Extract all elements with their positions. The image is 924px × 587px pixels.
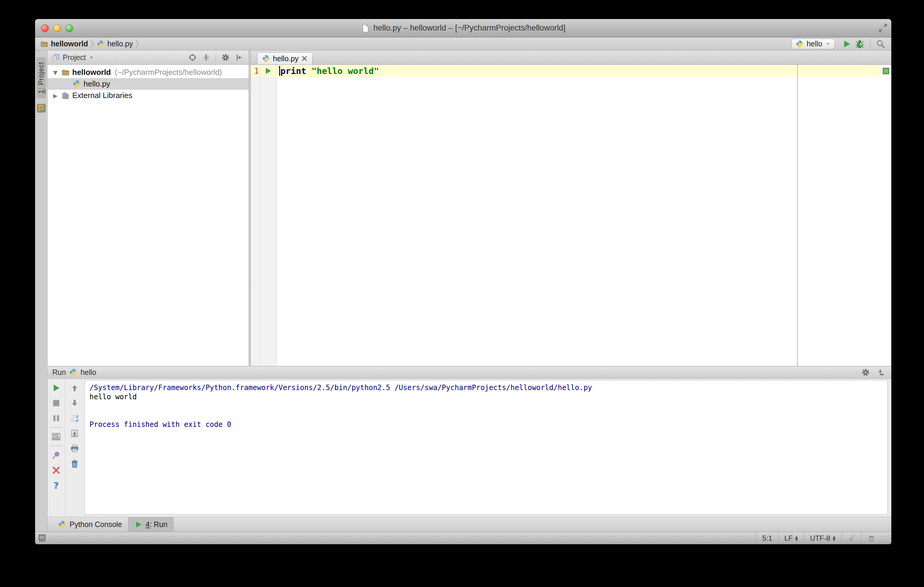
minimize-window-button[interactable] <box>53 25 61 32</box>
run-button[interactable] <box>840 38 853 50</box>
caret-position-widget[interactable]: 5:1 <box>756 532 778 544</box>
gear-icon <box>221 53 229 61</box>
encoding-value: UTF-8 <box>810 534 830 543</box>
inspection-status-square[interactable] <box>883 68 889 74</box>
project-button-label: : Project <box>37 62 45 89</box>
run-line-marker[interactable] <box>259 67 277 75</box>
traffic-lights <box>41 19 73 37</box>
panel-settings-button[interactable] <box>220 52 231 63</box>
soft-wrap-icon <box>70 414 79 423</box>
python-console-icon <box>58 520 66 528</box>
run-panel-header: Run hello <box>48 366 891 379</box>
status-bar: 5:1 LF ▲▼ UTF-8 ▲▼ <box>35 532 891 544</box>
printer-icon <box>70 444 79 453</box>
toolbar-separator <box>870 39 871 48</box>
pycharm-logo-icon <box>36 103 46 113</box>
pycharm-window: hello.py – helloworld – [~/PycharmProjec… <box>35 19 891 544</box>
locate-file-button[interactable] <box>187 52 198 63</box>
collapsed-arrow-icon[interactable]: ▶ <box>52 92 59 99</box>
chevron-down-icon <box>825 41 830 46</box>
python-icon <box>69 368 77 377</box>
close-tab-icon[interactable] <box>302 56 307 61</box>
chevron-right-icon <box>91 39 94 48</box>
tool-window-button-run[interactable]: 4: Run <box>128 517 174 532</box>
pin-tab-button[interactable] <box>51 450 61 460</box>
project-view-icon <box>52 53 60 61</box>
collapse-all-button[interactable] <box>201 52 211 63</box>
up-stack-trace-button[interactable] <box>69 383 80 393</box>
pause-icon <box>52 414 61 423</box>
breadcrumb-file[interactable]: hello.py <box>97 39 133 48</box>
toggle-stripe-icon <box>38 534 47 543</box>
down-arrow-icon <box>70 399 79 408</box>
editor-tab-hello-py[interactable]: hello.py <box>257 52 312 64</box>
hide-run-panel-button[interactable] <box>874 367 886 378</box>
run-panel-settings-button[interactable] <box>860 367 871 378</box>
close-icon <box>52 466 61 475</box>
zoom-window-button[interactable] <box>65 25 73 32</box>
python-console-label: Python Console <box>69 520 122 529</box>
project-panel-title[interactable]: Project <box>63 53 86 62</box>
line-separator-widget[interactable]: LF ▲▼ <box>778 532 804 544</box>
tree-row-project-root[interactable]: ▼ helloworld (~/PycharmProjects/hellowor… <box>48 67 249 78</box>
tool-window-button-project[interactable]: 1: Project <box>36 57 46 98</box>
bug-icon <box>855 39 865 49</box>
stop-button[interactable] <box>51 398 61 408</box>
window-title-text: hello.py – helloworld – [~/PycharmProjec… <box>373 23 566 33</box>
search-icon <box>876 39 885 48</box>
highlighting-level-widget[interactable] <box>861 532 881 544</box>
run-panel-title: Run <box>52 368 66 377</box>
show-console-button[interactable] <box>51 432 61 442</box>
project-panel-header: Project <box>48 51 249 65</box>
close-window-button[interactable] <box>41 25 49 32</box>
rerun-button[interactable] <box>51 383 61 393</box>
hide-left-icon <box>235 53 243 61</box>
pin-icon <box>52 451 61 460</box>
close-run-tab-button[interactable] <box>51 465 61 475</box>
run-console-output[interactable]: /System/Library/Frameworks/Python.framew… <box>84 380 888 515</box>
toggle-tool-buttons[interactable] <box>38 533 48 543</box>
tree-row-hello-py[interactable]: hello.py <box>48 78 249 90</box>
project-editor-splitter[interactable] <box>249 51 251 366</box>
resize-grip[interactable] <box>881 532 891 544</box>
search-everywhere-button[interactable] <box>874 38 887 50</box>
readonly-toggle-widget[interactable] <box>842 532 861 544</box>
tree-file-name: hello.py <box>84 79 110 89</box>
hide-panel-button[interactable] <box>234 52 244 63</box>
folder-icon <box>40 40 48 48</box>
spinner-arrows-icon: ▲▼ <box>833 535 835 541</box>
rerun-icon <box>52 383 61 393</box>
gutter-line-1: 1 <box>251 65 277 77</box>
resize-corner-icon[interactable] <box>878 23 888 33</box>
run-config-name: hello <box>81 368 96 377</box>
line-separator-value: LF <box>785 534 793 543</box>
scroll-to-end-icon <box>70 429 79 438</box>
bottom-tool-window-bar: Python Console 4: Run <box>48 517 891 532</box>
unlock-icon <box>848 534 855 542</box>
debug-button[interactable] <box>853 38 866 50</box>
editor-gutter: 1 <box>251 65 277 366</box>
breadcrumb-file-label: hello.py <box>107 39 133 48</box>
python-file-icon <box>97 40 105 48</box>
clear-console-button[interactable] <box>69 459 80 469</box>
breadcrumb-project[interactable]: helloworld <box>40 39 88 48</box>
run-tab-label: 4: Run <box>146 520 168 529</box>
toolbar-separator <box>50 427 62 428</box>
code-editor[interactable]: print "hello world" <box>277 65 881 366</box>
print-button[interactable] <box>69 444 80 454</box>
window-title: hello.py – helloworld – [~/PycharmProjec… <box>361 23 566 33</box>
run-configuration-select[interactable]: hello <box>791 39 835 49</box>
pause-output-button[interactable] <box>51 413 61 423</box>
tool-window-button-python-console[interactable]: Python Console <box>52 517 128 532</box>
chevron-down-icon[interactable] <box>89 55 94 60</box>
code-line-1: print "hello world" <box>277 65 881 77</box>
editor-tab-bar: hello.py <box>251 51 891 65</box>
help-button[interactable]: ? <box>51 480 61 490</box>
scroll-to-end-button[interactable] <box>69 428 80 439</box>
encoding-widget[interactable]: UTF-8 ▲▼ <box>804 532 842 544</box>
project-tree: ▼ helloworld (~/PycharmProjects/hellowor… <box>48 65 249 366</box>
soft-wrap-button[interactable] <box>69 413 80 423</box>
down-stack-trace-button[interactable] <box>69 398 80 408</box>
tree-row-external-libraries[interactable]: ▶ External Libraries <box>48 90 249 101</box>
expanded-arrow-icon[interactable]: ▼ <box>52 69 59 76</box>
